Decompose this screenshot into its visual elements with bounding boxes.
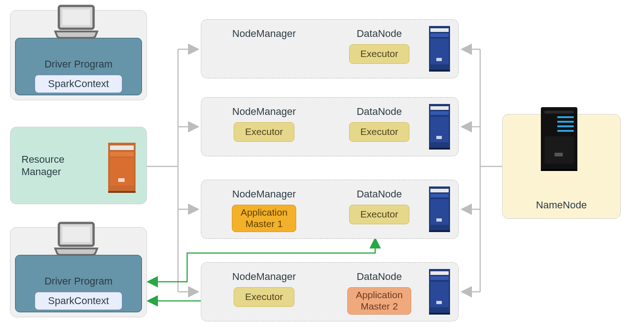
node-manager-title: NodeManager [232, 28, 296, 40]
node-manager-title: NodeManager [232, 106, 296, 118]
node-manager-title: NodeManager [232, 271, 296, 283]
server-blue-icon [429, 104, 452, 153]
namenode: NameNode [502, 114, 621, 219]
data-node-title: DataNode [356, 188, 402, 200]
spark-context-1: SparkContext [35, 75, 122, 93]
driver-program-2: Driver Program SparkContext [10, 227, 147, 317]
worker-node-1: NodeManagerDataNodeExecutor [201, 19, 459, 78]
data-node: DataNodeExecutor [327, 28, 432, 64]
laptop-icon [53, 221, 104, 260]
executor-box: Executor [234, 122, 294, 142]
data-node: DataNodeApplicationMaster 2 [327, 271, 432, 315]
worker-node-4: NodeManagerExecutorDataNodeApplicationMa… [201, 262, 459, 321]
data-node-title: DataNode [356, 28, 402, 40]
server-blue-icon [429, 269, 452, 318]
application-master-1-box: ApplicationMaster 1 [232, 205, 296, 232]
worker-node-3: NodeManagerApplicationMaster 1DataNodeEx… [201, 180, 459, 239]
node-manager: NodeManager [201, 28, 327, 64]
driver-inner-1: Driver Program SparkContext [15, 38, 142, 95]
spark-context-2: SparkContext [35, 292, 122, 310]
server-blue-icon [429, 26, 452, 75]
driver-inner-2: Driver Program SparkContext [15, 255, 142, 312]
executor-box: Executor [349, 205, 410, 224]
worker-node-2: NodeManagerExecutorDataNodeExecutor [201, 97, 459, 156]
driver-title-2: Driver Program [44, 275, 112, 287]
laptop-icon [53, 4, 104, 43]
data-node-title: DataNode [356, 271, 402, 283]
executor-box: Executor [234, 287, 294, 307]
data-node: DataNodeExecutor [327, 188, 432, 232]
resource-manager-label: Resource Manager [21, 153, 64, 178]
resource-manager: Resource Manager [10, 127, 147, 204]
server-black-icon [541, 107, 582, 176]
node-manager: NodeManagerExecutor [201, 271, 327, 315]
executor-box: Executor [349, 122, 410, 142]
namenode-label: NameNode [536, 199, 586, 211]
application-master-2-box: ApplicationMaster 2 [347, 287, 412, 315]
server-orange-icon [108, 143, 138, 197]
executor-box: Executor [349, 44, 410, 64]
node-manager: NodeManagerApplicationMaster 1 [201, 188, 327, 232]
data-node: DataNodeExecutor [327, 106, 432, 142]
node-manager-title: NodeManager [232, 188, 296, 200]
driver-program-1: Driver Program SparkContext [10, 10, 147, 100]
node-manager: NodeManagerExecutor [201, 106, 327, 142]
server-blue-icon [429, 186, 452, 236]
data-node-title: DataNode [356, 106, 402, 118]
driver-title-1: Driver Program [44, 58, 112, 70]
